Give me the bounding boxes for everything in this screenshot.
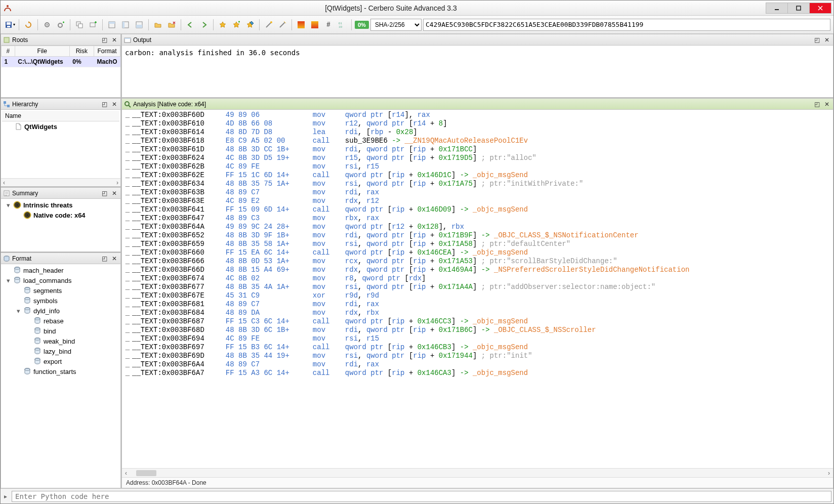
breakpoint-gutter[interactable]: _ — [123, 197, 132, 205]
folder-button[interactable] — [152, 19, 164, 31]
disasm-line[interactable]: ___TEXT:0x003BF641 FF 15 09 6D 14+ call … — [123, 205, 833, 214]
hierarchy-item[interactable]: QtWidgets — [2, 121, 119, 132]
nav-back-button[interactable] — [184, 19, 196, 31]
format-item[interactable]: ▾load_commands — [2, 275, 119, 285]
close-button[interactable] — [809, 3, 831, 14]
format-item[interactable]: ▾dyld_info — [2, 306, 119, 316]
breakpoint-gutter[interactable]: _ — [123, 171, 132, 180]
breakpoint-gutter[interactable]: _ — [123, 257, 132, 266]
minimize-button[interactable] — [766, 3, 788, 14]
new-window-button[interactable] — [87, 19, 99, 31]
panel-dock-icon[interactable]: ◰ — [100, 255, 108, 263]
disasm-line[interactable]: ___TEXT:0x003BF681 48 89 C7 mov rdi, rax — [123, 300, 833, 309]
breakpoint-gutter[interactable]: _ — [123, 214, 132, 223]
gear-plus-button[interactable] — [55, 19, 67, 31]
hash-value-field[interactable] — [423, 19, 830, 31]
disasm-line[interactable]: ___TEXT:0x003BF677 48 8B 35 4A 1A+ mov r… — [123, 283, 833, 291]
disasm-line[interactable]: ___TEXT:0x003BF66D 48 8B 15 A4 69+ mov r… — [123, 266, 833, 274]
panel-close-icon[interactable]: ✕ — [110, 100, 118, 108]
disasm-line[interactable]: ___TEXT:0x003BF684 48 89 DA mov rdx, rbx — [123, 309, 833, 317]
breakpoint-gutter[interactable]: _ — [123, 309, 132, 317]
panel-dock-icon[interactable]: ◰ — [100, 189, 108, 197]
format-item[interactable]: symbols — [2, 296, 119, 306]
panel-close-icon[interactable]: ✕ — [110, 36, 118, 44]
breakpoint-gutter[interactable]: _ — [123, 162, 132, 171]
disasm-line[interactable]: ___TEXT:0x003BF674 4C 8B 02 mov r8, qwor… — [123, 274, 833, 283]
breakpoint-gutter[interactable]: _ — [123, 283, 132, 291]
python-input[interactable] — [12, 491, 831, 502]
breakpoint-gutter[interactable]: _ — [123, 154, 132, 162]
breakpoint-gutter[interactable]: _ — [123, 231, 132, 240]
panel-close-icon[interactable]: ✕ — [823, 100, 831, 108]
disasm-line[interactable]: ___TEXT:0x003BF659 48 8B 35 58 1A+ mov r… — [123, 240, 833, 248]
disasm-line[interactable]: ___TEXT:0x003BF62B 4C 89 FE mov rsi, r15 — [123, 162, 833, 171]
expand-icon[interactable]: ▸ — [3, 493, 9, 500]
disasm-line[interactable]: ___TEXT:0x003BF63B 48 89 C7 mov rdi, rax — [123, 188, 833, 197]
disasm-line[interactable]: ___TEXT:0x003BF63E 4C 89 E2 mov rdx, r12 — [123, 197, 833, 205]
hash-button[interactable]: # — [322, 19, 335, 31]
disasm-line[interactable]: ___TEXT:0x003BF64A 49 89 9C 24 28+ mov q… — [123, 223, 833, 231]
disasm-line[interactable]: ___TEXT:0x003BF694 4C 89 FE mov rsi, r15 — [123, 334, 833, 343]
breakpoint-gutter[interactable]: _ — [123, 326, 132, 334]
format-item[interactable]: mach_header — [2, 265, 119, 275]
panel-dock-icon[interactable]: ◰ — [813, 100, 821, 108]
panel-close-icon[interactable]: ✕ — [110, 255, 118, 263]
breakpoint-gutter[interactable]: _ — [123, 352, 132, 360]
refresh-button[interactable] — [22, 19, 34, 31]
disasm-line[interactable]: ___TEXT:0x003BF697 FF 15 B3 6C 14+ call … — [123, 343, 833, 352]
breakpoint-gutter[interactable]: _ — [123, 360, 132, 369]
breakpoint-gutter[interactable]: _ — [123, 300, 132, 309]
disasm-line[interactable]: ___TEXT:0x003BF647 48 89 C3 mov rbx, rax — [123, 214, 833, 223]
disasm-line[interactable]: ___TEXT:0x003BF6A4 48 89 C7 mov rdi, rax — [123, 360, 833, 369]
disassembly-view[interactable]: ___TEXT:0x003BF60D 49 89 06 mov qword pt… — [122, 110, 833, 468]
bookmark-add-button[interactable] — [230, 19, 242, 31]
format-item[interactable]: weak_bind — [2, 336, 119, 346]
format-item[interactable]: function_starts — [2, 366, 119, 376]
breakpoint-gutter[interactable]: _ — [123, 111, 132, 119]
bookmark-edit-button[interactable] — [244, 19, 256, 31]
layout1-button[interactable] — [106, 19, 118, 31]
layout3-button[interactable] — [133, 19, 145, 31]
format-item[interactable]: lazy_bind — [2, 346, 119, 356]
disasm-line[interactable]: ___TEXT:0x003BF62E FF 15 1C 6D 14+ call … — [123, 171, 833, 180]
bookmark-button[interactable] — [217, 19, 229, 31]
windows-button[interactable] — [73, 19, 86, 31]
disasm-line[interactable]: ___TEXT:0x003BF666 48 8B 0D 53 1A+ mov r… — [123, 257, 833, 266]
breakpoint-gutter[interactable]: _ — [123, 317, 132, 326]
twisty-icon[interactable]: ▾ — [15, 307, 21, 315]
breakpoint-gutter[interactable]: _ — [123, 274, 132, 283]
disasm-line[interactable]: ___TEXT:0x003BF652 48 8B 3D 9F 1B+ mov r… — [123, 231, 833, 240]
wand2-button[interactable] — [276, 19, 288, 31]
h-scrollbar[interactable]: ‹› — [1, 178, 120, 186]
maximize-button[interactable] — [787, 3, 810, 14]
breakpoint-gutter[interactable]: _ — [123, 240, 132, 248]
panel-close-icon[interactable]: ✕ — [823, 36, 831, 44]
bars2-button[interactable] — [309, 19, 321, 31]
panel-dock-icon[interactable]: ◰ — [100, 100, 108, 108]
output-text[interactable]: carbon: analysis finished in 36.0 second… — [122, 46, 833, 97]
disasm-line[interactable]: ___TEXT:0x003BF687 FF 15 C3 6C 14+ call … — [123, 317, 833, 326]
breakpoint-gutter[interactable]: _ — [123, 334, 132, 343]
roots-table[interactable]: # File Risk Format 1 C:\...\QtWidgets 0%… — [1, 46, 120, 67]
gear-button[interactable] — [41, 19, 53, 31]
breakpoint-gutter[interactable]: _ — [123, 145, 132, 154]
panel-dock-icon[interactable]: ◰ — [100, 36, 108, 44]
disasm-line[interactable]: ___TEXT:0x003BF69D 48 8B 35 44 19+ mov r… — [123, 352, 833, 360]
summary-item[interactable]: Native code: x64 — [2, 210, 119, 220]
disasm-line[interactable]: ___TEXT:0x003BF67E 45 31 C9 xor r9d, r9d — [123, 291, 833, 300]
nav-fwd-button[interactable] — [198, 19, 210, 31]
disasm-line[interactable]: ___TEXT:0x003BF660 FF 15 EA 6C 14+ call … — [123, 248, 833, 257]
breakpoint-gutter[interactable]: _ — [123, 223, 132, 231]
panel-dock-icon[interactable]: ◰ — [813, 36, 821, 44]
disasm-line[interactable]: ___TEXT:0x003BF624 4C 8B 3D D5 19+ mov r… — [123, 154, 833, 162]
table-row[interactable]: 1 C:\...\QtWidgets 0% MachO — [2, 57, 120, 67]
breakpoint-gutter[interactable]: _ — [123, 137, 132, 145]
breakpoint-gutter[interactable]: _ — [123, 205, 132, 214]
binary-button[interactable]: 0110 — [336, 19, 348, 31]
folder-del-button[interactable] — [165, 19, 178, 31]
format-item[interactable]: bind — [2, 326, 119, 336]
breakpoint-gutter[interactable]: _ — [123, 291, 132, 300]
disasm-line[interactable]: ___TEXT:0x003BF61D 48 8B 3D CC 1B+ mov r… — [123, 145, 833, 154]
wand-button[interactable] — [263, 19, 275, 31]
twisty-icon[interactable]: ▾ — [5, 277, 11, 284]
